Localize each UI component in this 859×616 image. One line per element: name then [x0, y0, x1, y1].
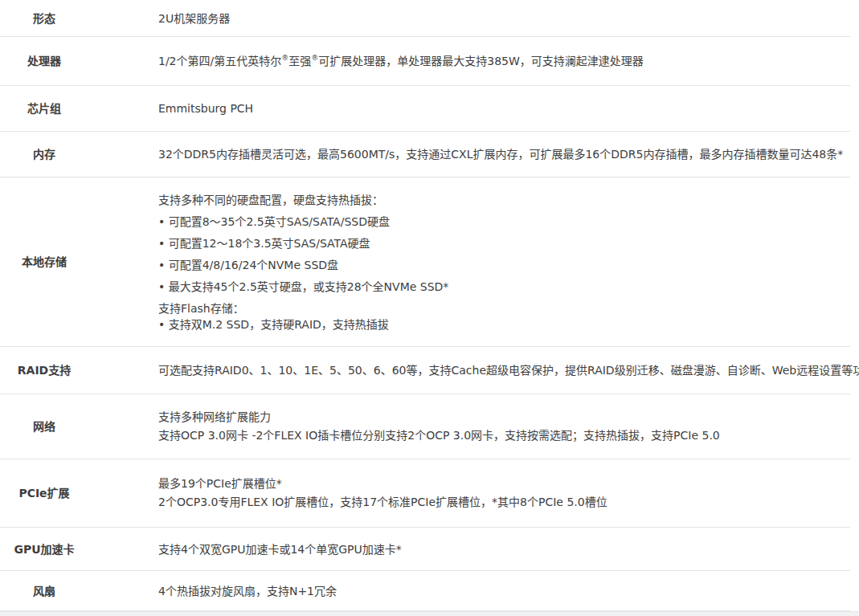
spec-value-line: 32个DDR5内存插槽灵活可选，最高5600MT/s，支持通过CXL扩展内存，可… [158, 146, 850, 162]
spec-value-line: • 最大支持45个2.5英寸硬盘，或支持28个全NVMe SSD* [158, 279, 850, 295]
spec-value-local-storage: 支持多种不同的硬盘配置，硬盘支持热插拔： • 可配置8～35个2.5英寸SAS/… [158, 192, 850, 332]
spec-row-chipset: 芯片组 Emmitsburg PCH [0, 86, 850, 132]
spec-value-line: 2U机架服务器 [158, 10, 850, 27]
spec-value-line: 可选配支持RAID0、1、10、1E、5、50、6、60等，支持Cache超级电… [158, 362, 850, 378]
spec-value-line: • 支持双M.2 SSD，支持硬RAID，支持热插拔 [158, 316, 850, 332]
spec-row-gpu-accelerator: GPU加速卡 支持4个双宽GPU加速卡或14个单宽GPU加速卡* [0, 528, 850, 571]
spec-row-processor: 处理器 1/2个第四/第五代英特尔®至强®可扩展处理器，单处理器最大支持385W… [0, 37, 850, 86]
spec-value-line: 支持Flash存储： [158, 300, 850, 316]
spec-value-line: 支持4个双宽GPU加速卡或14个单宽GPU加速卡* [158, 541, 850, 557]
spec-value-line: 4个热插拔对旋风扇，支持N+1冗余 [158, 583, 850, 599]
spec-label-chipset: 芯片组 [0, 100, 88, 116]
spec-label-local-storage: 本地存储 [0, 254, 88, 270]
spec-label-memory: 内存 [0, 146, 88, 162]
spec-value-line: 最多19个PCIe扩展槽位* [158, 475, 850, 493]
spec-value-chipset: Emmitsburg PCH [158, 100, 850, 116]
spec-value-line: • 可配置4/8/16/24个NVMe SSD盘 [158, 257, 850, 273]
spec-value-line: 2个OCP3.0专用FLEX IO扩展槽位，支持17个标准PCIe扩展槽位，*其… [158, 493, 850, 512]
page-bottom-divider [0, 611, 859, 616]
spec-label-form-factor: 形态 [0, 10, 88, 27]
spec-value-line: 1/2个第四/第五代英特尔®至强®可扩展处理器，单处理器最大支持385W，可支持… [158, 53, 850, 69]
spec-label-raid: RAID支持 [0, 362, 88, 378]
spec-value-line: Emmitsburg PCH [158, 100, 850, 116]
server-spec-table: 形态 2U机架服务器 处理器 1/2个第四/第五代英特尔®至强®可扩展处理器，单… [0, 0, 850, 611]
spec-value-gpu-accelerator: 支持4个双宽GPU加速卡或14个单宽GPU加速卡* [158, 541, 850, 557]
spec-value-line: • 可配置8～35个2.5英寸SAS/SATA/SSD硬盘 [158, 214, 850, 230]
spec-value-fan: 4个热插拔对旋风扇，支持N+1冗余 [158, 583, 850, 599]
spec-row-form-factor: 形态 2U机架服务器 [0, 0, 850, 37]
spec-label-fan: 风扇 [0, 583, 88, 599]
spec-value-pcie-expansion: 最多19个PCIe扩展槽位* 2个OCP3.0专用FLEX IO扩展槽位，支持1… [158, 475, 850, 512]
spec-label-processor: 处理器 [0, 53, 88, 69]
spec-value-line: 支持多种网络扩展能力 [158, 408, 850, 426]
spec-row-raid: RAID支持 可选配支持RAID0、1、10、1E、5、50、6、60等，支持C… [0, 347, 850, 394]
spec-row-memory: 内存 32个DDR5内存插槽灵活可选，最高5600MT/s，支持通过CXL扩展内… [0, 132, 850, 177]
spec-value-raid: 可选配支持RAID0、1、10、1E、5、50、6、60等，支持Cache超级电… [158, 362, 850, 378]
spec-row-fan: 风扇 4个热插拔对旋风扇，支持N+1冗余 [0, 571, 850, 611]
spec-value-processor: 1/2个第四/第五代英特尔®至强®可扩展处理器，单处理器最大支持385W，可支持… [158, 53, 850, 69]
spec-label-pcie-expansion: PCIe扩展 [0, 485, 88, 501]
spec-row-local-storage: 本地存储 支持多种不同的硬盘配置，硬盘支持热插拔： • 可配置8～35个2.5英… [0, 177, 850, 347]
spec-label-network: 网络 [0, 418, 88, 434]
spec-value-memory: 32个DDR5内存插槽灵活可选，最高5600MT/s，支持通过CXL扩展内存，可… [158, 146, 850, 162]
spec-value-form-factor: 2U机架服务器 [158, 10, 850, 27]
spec-value-line: 支持多种不同的硬盘配置，硬盘支持热插拔： [158, 192, 850, 208]
spec-value-line: • 可配置12～18个3.5英寸SAS/SATA硬盘 [158, 235, 850, 251]
spec-label-gpu-accelerator: GPU加速卡 [0, 541, 88, 557]
spec-value-line: 支持OCP 3.0网卡 -2个FLEX IO插卡槽位分别支持2个OCP 3.0网… [158, 426, 850, 445]
spec-row-network: 网络 支持多种网络扩展能力 支持OCP 3.0网卡 -2个FLEX IO插卡槽位… [0, 394, 850, 459]
spec-value-network: 支持多种网络扩展能力 支持OCP 3.0网卡 -2个FLEX IO插卡槽位分别支… [158, 408, 850, 445]
spec-row-pcie-expansion: PCIe扩展 最多19个PCIe扩展槽位* 2个OCP3.0专用FLEX IO扩… [0, 459, 850, 528]
